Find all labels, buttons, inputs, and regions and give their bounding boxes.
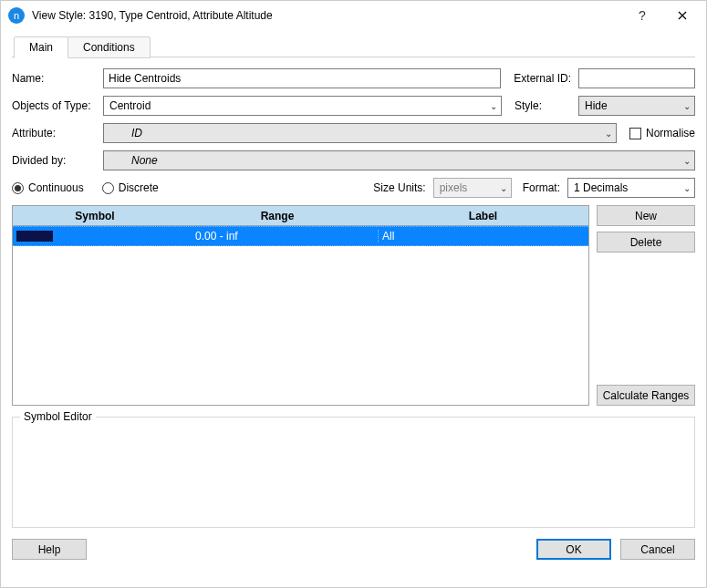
chevron-down-icon: ⌄ [683,156,691,166]
checkbox-box-icon [629,128,641,139]
size-units-value: pixels [440,181,496,194]
col-symbol: Symbol [13,210,177,222]
chevron-down-icon: ⌄ [683,183,691,193]
format-select[interactable]: 1 Decimals ⌄ [567,178,695,198]
titlebar: n View Style: 3190, Type Centroid, Attri… [1,1,706,30]
divided-by-select[interactable]: None ⌄ [103,150,695,170]
row-label: All [378,230,588,242]
calculate-ranges-button[interactable]: Calculate Ranges [597,385,695,406]
close-button[interactable] [662,2,702,29]
ok-button[interactable]: OK [536,539,611,560]
cancel-button[interactable]: Cancel [620,539,695,560]
close-icon [678,11,687,20]
tabs-row: Main Conditions [12,36,695,57]
title-help-button[interactable]: ? [622,2,662,29]
attribute-select[interactable]: ID ⌄ [103,123,617,143]
col-label: Label [378,210,588,222]
help-button[interactable]: Help [12,539,87,560]
name-field[interactable] [103,68,501,88]
ranges-table[interactable]: Symbol Range Label 0.00 - inf All [12,205,589,406]
continuous-label: Continuous [28,181,84,194]
table-row[interactable]: 0.00 - inf All [13,226,588,246]
divided-by-label: Divided by: [12,154,96,167]
style-select[interactable]: Hide ⌄ [578,96,695,116]
divided-by-value: None [109,154,680,167]
size-units-label: Size Units: [373,181,425,194]
style-label: Style: [515,99,571,112]
chevron-down-icon: ⌄ [500,183,507,193]
new-button[interactable]: New [597,205,695,226]
format-value: 1 Decimals [574,181,680,194]
external-id-field[interactable] [578,68,695,88]
chevron-down-icon: ⌄ [490,101,497,111]
tab-main[interactable]: Main [14,36,68,58]
size-units-select: pixels ⌄ [433,178,512,198]
discrete-radio[interactable]: Discrete [102,181,159,194]
symbol-editor-legend: Symbol Editor [20,410,96,423]
style-value: Hide [585,99,680,112]
app-icon: n [8,7,25,24]
attribute-label: Attribute: [12,127,96,139]
attribute-value: ID [109,127,601,139]
delete-button[interactable]: Delete [597,232,695,253]
chevron-down-icon: ⌄ [683,101,691,111]
col-range: Range [177,210,378,222]
objects-of-type-value: Centroid [109,99,486,112]
chevron-down-icon: ⌄ [605,129,612,139]
objects-of-type-label: Objects of Type: [12,99,96,112]
continuous-radio[interactable]: Continuous [12,181,84,194]
objects-of-type-select[interactable]: Centroid ⌄ [103,96,502,116]
normalise-label: Normalise [646,127,695,139]
discrete-label: Discrete [119,181,159,194]
name-label: Name: [12,72,96,85]
radio-dot-icon [12,182,24,194]
normalise-checkbox[interactable]: Normalise [629,127,695,139]
window-title: View Style: 3190, Type Centroid, Attribu… [32,9,622,22]
symbol-editor-group: Symbol Editor [12,417,695,528]
tab-conditions[interactable]: Conditions [68,36,151,58]
format-label: Format: [523,181,560,194]
row-range: 0.00 - inf [177,230,378,242]
radio-dot-icon [102,182,114,194]
external-id-label: External ID: [514,72,571,85]
symbol-swatch [16,231,53,242]
